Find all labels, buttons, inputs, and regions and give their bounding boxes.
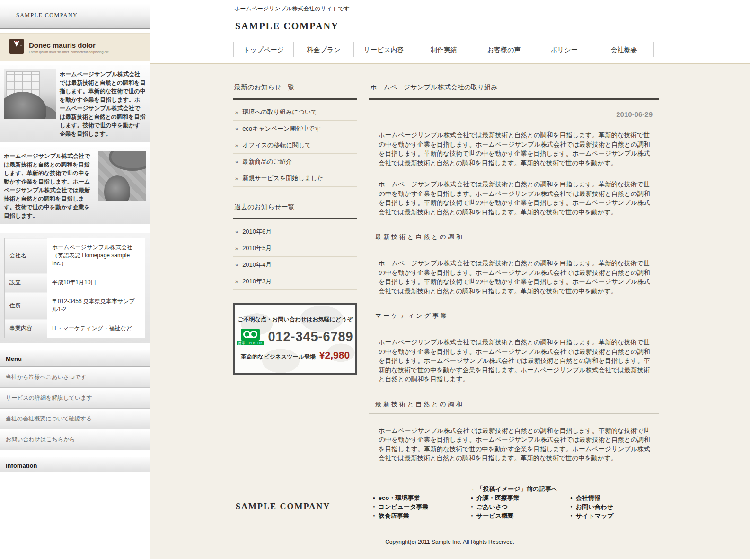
bullet-icon: ●: [471, 511, 473, 520]
content-area: 最新のお知らせ一覧 » 環境への取り組みについて » ecoキャンペーン開催中で…: [150, 64, 750, 559]
archive-news-title: 過去のお知らせ一覧: [233, 201, 357, 219]
footer-link-company-info[interactable]: ● 会社情報: [570, 493, 614, 502]
footer-link-restaurant[interactable]: ● 飲食店事業: [373, 511, 428, 520]
nav-item-voices[interactable]: お客様の声: [474, 42, 534, 57]
sidebar-item-greeting[interactable]: 当社から皆様へごあいさつです: [0, 367, 150, 388]
news-item[interactable]: » 新規サービスを開始しました: [233, 170, 357, 187]
sidebar-item-service[interactable]: サービスの詳細を解説しています: [0, 388, 150, 409]
company-name-value: ホームページサンプル株式会社 （英語表記 Homepage sample Inc…: [47, 238, 145, 273]
founded-label: 設立: [5, 273, 47, 292]
footer-link-label: 会社情報: [576, 493, 600, 502]
business-value: IT・マーケティング・福祉など: [47, 319, 145, 338]
footer-link-service-overview[interactable]: ● サービス概要: [471, 511, 520, 520]
footer-link-contact[interactable]: ● お問い合わせ: [570, 502, 614, 511]
sidebar-about-block-1: ホームページサンプル株式会社では最新技術と自然との調和を目指します。革新的な技術…: [0, 65, 150, 142]
nav-item-pricing[interactable]: 料金プラン: [293, 42, 353, 57]
nav-item-top[interactable]: トップページ: [233, 42, 293, 57]
phone-number: 012-345-6789: [268, 330, 353, 344]
archive-news-list: » 2010年6月 » 2010年5月 » 2010年4月 » 2010年3月: [233, 224, 357, 290]
footer-link-label: eco・環境事業: [379, 493, 420, 502]
arrow-icon: »: [235, 159, 238, 165]
bullet-icon: ●: [373, 493, 375, 502]
footer-link-label: 飲食店事業: [379, 511, 409, 520]
arrow-icon: »: [235, 245, 238, 251]
nav-item-about[interactable]: 会社概要: [594, 42, 654, 57]
archive-item[interactable]: » 2010年3月: [233, 273, 357, 290]
contact-banner[interactable]: ご不明な点・お問い合わせはお気軽にどうぞ 携帯・PHS OK 012-345-: [233, 303, 357, 375]
arrow-icon: »: [235, 109, 238, 115]
footer-link-sitemap[interactable]: ● サイトマップ: [570, 511, 614, 520]
site-logo[interactable]: SAMPLE COMPANY: [235, 21, 339, 32]
footer-link-computer[interactable]: ● コンピュータ事業: [373, 502, 428, 511]
article-column: ホームページサンプル株式会社の取り組み 2010-06-29 ホームページサンプ…: [369, 81, 659, 493]
article-paragraph: ホームページサンプル株式会社では最新技術と自然との調和を目指します。革新的な技術…: [379, 259, 654, 296]
table-row: 住所 〒012-3456 見本県見本市サンプル1-2: [5, 292, 145, 319]
article-paragraph: ホームページサンプル株式会社では最新技術と自然との調和を目指します。革新的な技術…: [379, 180, 654, 217]
archive-item-label: 2010年3月: [242, 277, 272, 286]
latest-news-list: » 環境への取り組みについて » ecoキャンペーン開催中です » オフィスの移…: [233, 104, 357, 187]
nav-item-services[interactable]: サービス内容: [353, 42, 414, 57]
footer-copyright: Copyright(c) 2011 Sample Inc. All Rights…: [150, 539, 750, 545]
archive-item[interactable]: » 2010年5月: [233, 240, 357, 257]
main-nav: トップページ 料金プラン サービス内容 制作実績 お客様の声 ポリシー 会社概要: [233, 42, 654, 57]
footer-link-label: コンピュータ事業: [379, 502, 429, 511]
footer-links-column-3: ● 会社情報 ● お問い合わせ ● サイトマップ: [570, 493, 614, 520]
news-item-label: 環境への取り組みについて: [242, 108, 317, 116]
article-paragraph: ホームページサンプル株式会社では最新技術と自然との調和を目指します。革新的な技術…: [379, 426, 654, 463]
article-date: 2010-06-29: [369, 110, 659, 118]
news-item-label: 最新商品のご紹介: [242, 158, 292, 166]
article-section-heading: マーケティング事業: [369, 312, 659, 325]
footer-link-greeting[interactable]: ● ごあいさつ: [471, 502, 520, 511]
archive-item[interactable]: » 2010年6月: [233, 224, 357, 240]
news-item[interactable]: » ecoキャンペーン開催中です: [233, 121, 357, 137]
freedial-icon: 携帯・PHS OK: [237, 329, 264, 345]
site-tagline: ホームページサンプル株式会社のサイトです: [234, 5, 350, 13]
archive-item-label: 2010年5月: [242, 244, 272, 253]
footer-link-care[interactable]: ● 介護・医療事業: [471, 493, 520, 502]
article-paragraph: ホームページサンプル株式会社では最新技術と自然との調和を目指します。革新的な技術…: [379, 338, 654, 384]
footer-link-label: サイトマップ: [576, 511, 614, 520]
bullet-icon: ●: [471, 502, 473, 511]
nav-item-policy[interactable]: ポリシー: [534, 42, 594, 57]
bullet-icon: ●: [373, 511, 375, 520]
address-value: 〒012-3456 見本県見本市サンプル1-2: [47, 292, 145, 319]
arrow-icon: »: [235, 175, 238, 181]
news-item[interactable]: » 環境への取り組みについて: [233, 104, 357, 121]
page: SAMPLE COMPANY Donec mauris dolor Lorem …: [0, 0, 750, 560]
information-section-title: Infomation: [0, 457, 150, 472]
site-header: ホームページサンプル株式会社のサイトです SAMPLE COMPANY トップペ…: [150, 0, 750, 64]
footer-links-column-2: ● 介護・医療事業 ● ごあいさつ ● サービス概要: [471, 493, 520, 520]
sidebar-item-contact[interactable]: お問い合わせはこちらから: [0, 429, 150, 450]
chair-window-photo: [4, 69, 56, 119]
freedial-caption: 携帯・PHS OK: [237, 341, 264, 345]
contact-lead-text: ご不明な点・お問い合わせはお気軽にどうぞ: [235, 315, 355, 324]
previous-article-link[interactable]: ←「投稿イメージ」前の記事へ: [369, 485, 659, 493]
promo-text: 革命的なビジネスツール登場: [241, 353, 316, 361]
bullet-icon: ●: [471, 493, 473, 502]
company-name-label: 会社名: [5, 238, 47, 273]
nav-item-works[interactable]: 制作実績: [414, 42, 474, 57]
banner-text: Donec mauris dolor Lorem ipsum dolor sit…: [29, 41, 109, 53]
sidebar-banner[interactable]: Donec mauris dolor Lorem ipsum dolor sit…: [0, 33, 150, 61]
bullet-icon: ●: [373, 502, 375, 511]
article-title: ホームページサンプル株式会社の取り組み: [369, 81, 659, 100]
footer-link-label: サービス概要: [476, 511, 514, 520]
archive-item[interactable]: » 2010年4月: [233, 257, 357, 273]
bullet-icon: ●: [570, 511, 573, 520]
sidebar-item-overview[interactable]: 当社の会社概要について確認する: [0, 409, 150, 429]
footer-link-eco[interactable]: ● eco・環境事業: [373, 493, 428, 502]
footer-link-label: 介護・医療事業: [476, 493, 520, 502]
about-text: ホームページサンプル株式会社では最新技術と自然との調和を目指します。革新的な技術…: [4, 151, 95, 220]
footer-links-column-1: ● eco・環境事業 ● コンピュータ事業 ● 飲食店事業: [373, 493, 428, 520]
news-item[interactable]: » 最新商品のご紹介: [233, 154, 357, 170]
arrow-icon: »: [235, 142, 238, 148]
sidebar: SAMPLE COMPANY Donec mauris dolor Lorem …: [0, 0, 150, 472]
banner-title: Donec mauris dolor: [29, 41, 109, 49]
news-item[interactable]: » オフィスの移転に関して: [233, 137, 357, 154]
arrow-icon: »: [235, 279, 238, 284]
promo-price: ¥2,980: [319, 350, 350, 361]
news-column: 最新のお知らせ一覧 » 環境への取り組みについて » ecoキャンペーン開催中で…: [233, 81, 357, 375]
address-label: 住所: [5, 292, 47, 319]
arrow-icon: »: [235, 126, 238, 131]
bullet-icon: ●: [570, 502, 573, 511]
